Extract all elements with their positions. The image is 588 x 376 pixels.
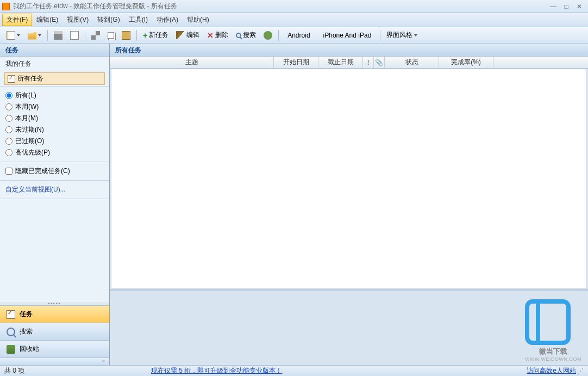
- table-body[interactable]: [111, 69, 587, 289]
- tree-item-label: 所有任务: [17, 74, 43, 83]
- column-subject[interactable]: 主题: [110, 57, 274, 68]
- sidebar: 任务 我的任务 所有任务 所有(L) 本周(W) 本月(M) 未过期(N) 已过…: [0, 44, 110, 365]
- new-task-label: 新任务: [149, 30, 168, 40]
- refresh-button[interactable]: [260, 29, 276, 42]
- filter-high-priority[interactable]: 高优先级(P): [5, 147, 104, 158]
- menu-view[interactable]: 视图(V): [62, 14, 93, 26]
- table-header: 主题 开始日期 截止日期 ! 📎 状态 完成率(%): [110, 57, 588, 69]
- copy-button[interactable]: [104, 30, 117, 41]
- hide-completed[interactable]: 隐藏已完成任务(C): [5, 165, 104, 177]
- chevron-down-icon: [414, 34, 417, 36]
- window-title: 我的工作任务.etdw - 效能工作任务管理免费版 - 所有任务: [13, 2, 547, 11]
- nav-search-label: 搜索: [20, 327, 33, 336]
- filter-priority-radio[interactable]: [5, 149, 12, 156]
- delete-button[interactable]: ✕删除: [204, 28, 232, 42]
- menubar: 文件(F) 编辑(E) 视图(V) 转到(G) 工具(I) 动作(A) 帮助(H…: [0, 13, 588, 27]
- separator: [47, 30, 48, 41]
- close-button[interactable]: ✕: [573, 2, 586, 11]
- sidebar-header: 任务: [0, 44, 109, 57]
- filter-overdue[interactable]: 已过期(O): [5, 135, 104, 147]
- statusbar: 共 0 项 现在仅需 5 折，即可升级到全功能专业版本！ 访问高效e人网站 ⋰: [0, 365, 588, 376]
- iphone-button[interactable]: iPhone And iPad: [317, 29, 378, 41]
- new-task-button[interactable]: +新任务: [140, 28, 172, 42]
- ui-style-button[interactable]: 界面风格: [383, 28, 421, 42]
- separator: [278, 30, 279, 41]
- filter-all-radio[interactable]: [5, 92, 12, 99]
- hide-completed-section: 隐藏已完成任务(C): [0, 162, 109, 181]
- status-website: 访问高效e人网站: [527, 366, 576, 375]
- search-icon: [236, 33, 241, 38]
- filter-not-overdue[interactable]: 未过期(N): [5, 124, 104, 135]
- cut-button[interactable]: [88, 29, 103, 42]
- separator: [136, 30, 137, 41]
- tree-item-all-tasks[interactable]: 所有任务: [4, 72, 105, 85]
- status-promo: 现在仅需 5 折，即可升级到全功能专业版本！: [113, 366, 527, 375]
- resize-grip[interactable]: ⋰: [576, 367, 584, 375]
- column-due-date[interactable]: 截止日期: [318, 57, 363, 68]
- edit-label: 编辑: [186, 30, 199, 40]
- menu-action[interactable]: 动作(A): [152, 14, 183, 26]
- menu-goto[interactable]: 转到(G): [93, 14, 124, 26]
- separator: [380, 30, 380, 41]
- filter-not-overdue-radio[interactable]: [5, 126, 12, 133]
- customize-view-section: 自定义当前视图(U)...: [0, 181, 109, 199]
- column-attachment[interactable]: 📎: [374, 57, 385, 68]
- filter-month-radio[interactable]: [5, 115, 12, 122]
- menu-file[interactable]: 文件(F): [2, 14, 32, 26]
- tasks-icon: [7, 310, 15, 319]
- edit-button[interactable]: 编辑: [173, 28, 203, 42]
- paste-button[interactable]: [118, 29, 134, 42]
- menu-edit[interactable]: 编辑(E): [32, 14, 62, 26]
- open-button[interactable]: [24, 29, 45, 42]
- delete-label: 删除: [215, 30, 228, 40]
- promo-link[interactable]: 现在仅需 5 折，即可升级到全功能专业版本！: [151, 367, 282, 374]
- minimize-button[interactable]: —: [547, 2, 560, 11]
- nav-recycle[interactable]: 回收站: [0, 340, 109, 357]
- new-file-icon: [7, 31, 15, 40]
- task-tree: 所有任务: [0, 71, 109, 86]
- customize-view-link[interactable]: 自定义当前视图(U)...: [5, 186, 66, 193]
- content-area: 所有任务 主题 开始日期 截止日期 ! 📎 状态 完成率(%) 微当下载 WWW…: [110, 44, 588, 365]
- paste-icon: [122, 31, 130, 40]
- new-file-button[interactable]: [3, 29, 23, 42]
- hide-completed-checkbox[interactable]: [5, 168, 12, 175]
- filter-this-month[interactable]: 本月(M): [5, 113, 104, 124]
- chevron-down-icon: [17, 34, 20, 36]
- filter-overdue-radio[interactable]: [5, 138, 12, 145]
- menu-help[interactable]: 帮助(H): [183, 14, 214, 26]
- column-completion[interactable]: 完成率(%): [439, 57, 493, 68]
- nav-search[interactable]: 搜索: [0, 323, 109, 340]
- android-button[interactable]: Android: [282, 29, 316, 41]
- status-count: 共 0 项: [4, 366, 113, 375]
- sidebar-spacer: [0, 199, 109, 302]
- nav-toggle[interactable]: »: [0, 357, 109, 365]
- menu-tools[interactable]: 工具(I): [124, 14, 152, 26]
- website-link[interactable]: 访问高效e人网站: [527, 367, 576, 374]
- column-start-date[interactable]: 开始日期: [274, 57, 318, 68]
- watermark-text: 微当下载: [525, 347, 581, 356]
- print-button[interactable]: [51, 29, 66, 42]
- nav-recycle-label: 回收站: [20, 344, 39, 354]
- my-tasks-label: 我的任务: [0, 57, 109, 71]
- column-priority[interactable]: !: [363, 57, 374, 68]
- delete-icon: ✕: [207, 31, 214, 40]
- preview-pane: 微当下载 WWW.WEIDOWN.COM: [110, 289, 588, 365]
- search-label: 搜索: [243, 30, 256, 40]
- print-preview-button[interactable]: [67, 29, 82, 42]
- preview-icon: [70, 31, 79, 40]
- filter-week-radio[interactable]: [5, 103, 12, 110]
- filter-all[interactable]: 所有(L): [5, 90, 104, 101]
- search-icon: [7, 328, 15, 336]
- task-list-icon: [8, 75, 15, 83]
- search-button[interactable]: 搜索: [233, 28, 259, 42]
- ui-style-label: 界面风格: [386, 30, 412, 40]
- app-icon: [2, 3, 10, 10]
- maximize-button[interactable]: □: [560, 2, 573, 11]
- copy-icon: [108, 32, 114, 39]
- cut-icon: [91, 31, 100, 40]
- watermark: 微当下载 WWW.WEIDOWN.COM: [525, 299, 581, 362]
- filter-this-week[interactable]: 本周(W): [5, 101, 104, 113]
- column-status[interactable]: 状态: [385, 57, 439, 68]
- sidebar-my-tasks-section: 我的任务 所有任务: [0, 57, 109, 87]
- nav-tasks[interactable]: 任务: [0, 305, 109, 323]
